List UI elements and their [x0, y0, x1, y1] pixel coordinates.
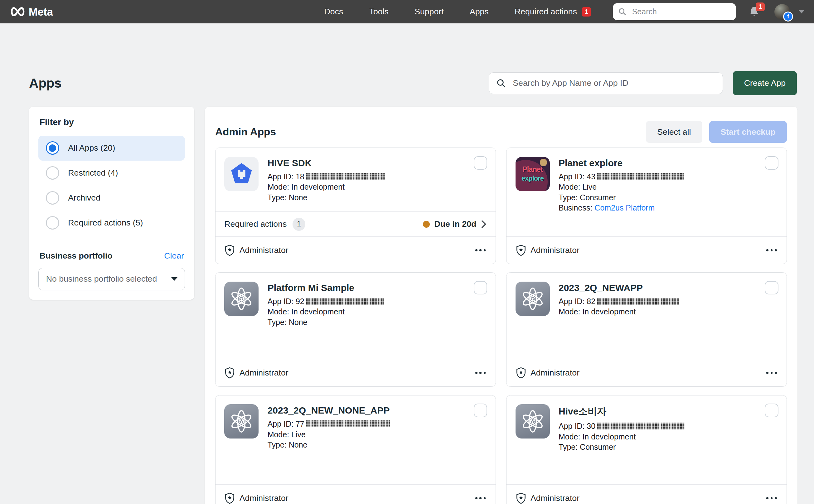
admin-shield-icon [224, 367, 235, 379]
default-app-icon [224, 404, 259, 439]
filter-panel: Filter by All Apps (20) Restricted (4) A… [29, 107, 194, 300]
app-card-planet-explore: Planet explore Planet explore App ID: 43… [506, 148, 787, 264]
facebook-icon: f [783, 12, 793, 22]
redacted-app-id [306, 173, 385, 180]
app-name: HIVE SDK [268, 158, 385, 168]
app-card-hive-sdk: HIVE SDK App ID: 18 Mode: In development… [215, 148, 496, 264]
app-select-checkbox[interactable] [474, 404, 487, 417]
global-search-input[interactable] [631, 7, 731, 17]
default-app-icon [516, 404, 550, 439]
filter-option-required-actions[interactable]: Required actions (5) [38, 211, 185, 235]
start-checkup-button[interactable]: Start checkup [709, 121, 787, 143]
admin-shield-icon [224, 492, 235, 504]
due-status-dot [423, 221, 430, 228]
app-id-line: App ID: 18 [268, 172, 385, 182]
app-business-line: Business: Com2us Platform [559, 203, 684, 213]
filter-option-restricted[interactable]: Restricted (4) [38, 161, 185, 186]
meta-logo[interactable]: Meta [9, 6, 53, 18]
more-options-button[interactable] [474, 247, 487, 253]
business-portfolio-row: Business portfolio Clear [40, 251, 184, 261]
card-footer: Administrator [506, 359, 787, 386]
app-id-prefix: App ID: 92 [268, 297, 304, 306]
app-window: Meta Docs Tools Support Apps Required ac… [0, 0, 814, 504]
create-app-button[interactable]: Create App [733, 71, 797, 95]
card-top: Hive소비자 App ID: 30 Mode: In development … [506, 395, 787, 461]
app-card-2023-2q-newapp: 2023_2Q_NEWAPP App ID: 82 Mode: In devel… [506, 272, 787, 387]
admin-shield-icon [224, 244, 235, 256]
app-search[interactable] [489, 72, 723, 94]
apps-grid: HIVE SDK App ID: 18 Mode: In development… [205, 148, 797, 504]
selected-portfolio-value: No business portfolio selected [46, 274, 157, 284]
card-top: Platform Mi Sample App ID: 92 Mode: In d… [216, 273, 496, 336]
redacted-app-id [306, 298, 384, 305]
app-select-checkbox[interactable] [474, 156, 487, 170]
app-type-line: Type: Consumer [559, 192, 684, 203]
page-header: Apps Create App [29, 71, 797, 95]
app-mode-line: Mode: In development [559, 432, 685, 442]
app-mode-line: Mode: Live [268, 429, 390, 440]
app-name: Planet explore [559, 158, 684, 168]
chevron-down-icon [171, 277, 177, 281]
card-top: 2023_2Q_NEWAPP App ID: 82 Mode: In devel… [506, 273, 787, 326]
app-id-line: App ID: 77 [268, 419, 390, 429]
clear-link[interactable]: Clear [164, 251, 184, 261]
nav-item-support[interactable]: Support [414, 7, 443, 17]
app-type-line: Type: None [268, 440, 390, 450]
app-mode-line: Mode: In development [559, 307, 679, 317]
search-icon [618, 7, 627, 16]
app-info: 2023_2Q_NEW_NONE_APP App ID: 77 Mode: Li… [268, 404, 390, 450]
more-options-button[interactable] [474, 495, 487, 501]
role-label: Administrator [240, 245, 288, 255]
business-link[interactable]: Com2us Platform [594, 203, 655, 212]
card-footer: Administrator [216, 359, 496, 386]
business-portfolio-label: Business portfolio [40, 251, 113, 261]
app-select-checkbox[interactable] [765, 281, 778, 294]
app-info: 2023_2Q_NEWAPP App ID: 82 Mode: In devel… [559, 282, 679, 317]
app-type-line: Type: Consumer [559, 442, 685, 452]
required-actions-row[interactable]: Required actions 1 Due in 20d [216, 211, 496, 237]
app-select-checkbox[interactable] [765, 404, 778, 417]
app-type-line: Type: None [268, 192, 385, 203]
nav-item-apps[interactable]: Apps [470, 7, 489, 17]
select-all-button[interactable]: Select all [646, 121, 702, 143]
nav-item-required-actions[interactable]: Required actions 1 [515, 7, 591, 17]
notifications-button[interactable]: 1 [749, 6, 760, 18]
app-mode-line: Mode: In development [268, 182, 385, 192]
more-options-button[interactable] [474, 370, 487, 376]
app-select-checkbox[interactable] [474, 281, 487, 294]
admin-shield-icon [516, 492, 526, 504]
filter-option-archived[interactable]: Archived [38, 186, 185, 211]
app-id-prefix: App ID: 77 [268, 419, 304, 428]
app-type-line: Type: None [268, 317, 384, 327]
role-label: Administrator [531, 368, 579, 378]
app-id-prefix: App ID: 82 [559, 297, 595, 306]
more-options-button[interactable] [765, 495, 778, 501]
card-footer: Administrator [506, 484, 787, 504]
global-search[interactable] [613, 3, 736, 20]
app-info: Hive소비자 App ID: 30 Mode: In development … [559, 404, 685, 452]
profile-menu[interactable]: f [774, 4, 790, 20]
admin-apps-header: Admin Apps Select all Start checkup [205, 107, 797, 143]
nav-links: Docs Tools Support Apps Required actions… [324, 7, 591, 17]
app-name: 2023_2Q_NEW_NONE_APP [268, 405, 390, 416]
filter-option-label: Archived [68, 193, 100, 203]
app-search-input[interactable] [512, 78, 715, 89]
nav-item-tools[interactable]: Tools [369, 7, 389, 17]
filter-option-all-apps[interactable]: All Apps (20) [38, 136, 185, 161]
card-footer: Administrator [216, 484, 496, 504]
top-nav: Meta Docs Tools Support Apps Required ac… [0, 0, 814, 23]
app-select-checkbox[interactable] [765, 156, 778, 170]
more-options-button[interactable] [765, 247, 778, 253]
role-label: Administrator [240, 493, 288, 503]
more-options-button[interactable] [765, 370, 778, 376]
default-app-icon [516, 282, 550, 316]
nav-item-docs[interactable]: Docs [324, 7, 343, 17]
radio-icon [46, 216, 59, 230]
profile-caret-icon[interactable] [798, 10, 805, 13]
card-top: 2023_2Q_NEW_NONE_APP App ID: 77 Mode: Li… [216, 395, 496, 459]
planet-art-text2: explore [521, 174, 544, 182]
business-portfolio-select[interactable]: No business portfolio selected [38, 268, 185, 290]
required-actions-count-badge: 1 [293, 218, 306, 231]
radio-icon [46, 191, 59, 205]
app-id-line: App ID: 92 [268, 296, 384, 307]
